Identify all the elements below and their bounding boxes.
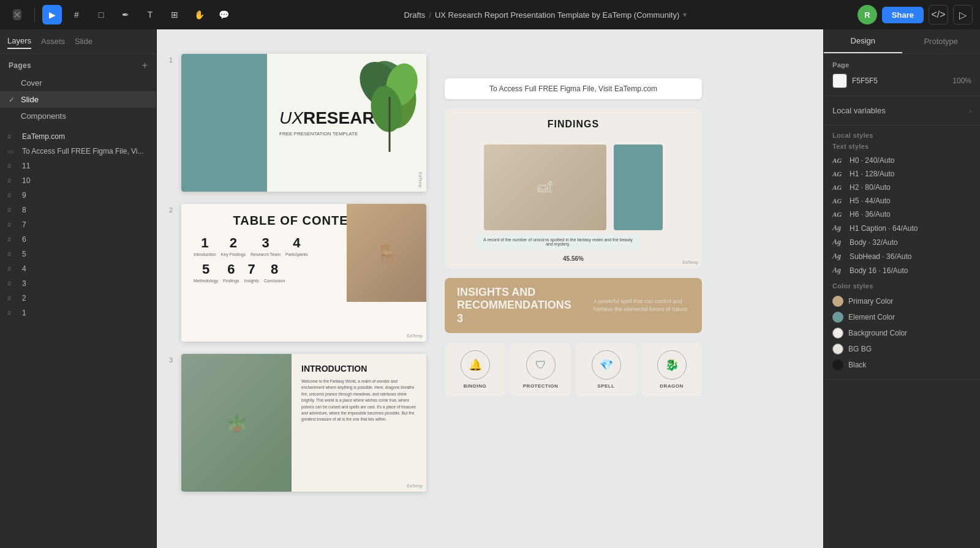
style-body16[interactable]: Ag Body 16 · 16/Auto <box>832 263 971 277</box>
style-H5[interactable]: AG H5 · 44/Auto <box>832 194 971 208</box>
layer-item-eatemp[interactable]: # EaTemp.com <box>0 129 156 144</box>
layer-item-7[interactable]: # 7 <box>0 217 156 232</box>
layer-item-10[interactable]: # 10 <box>0 173 156 188</box>
page-item-cover[interactable]: Cover <box>0 75 156 91</box>
text-tool[interactable]: T <box>140 5 160 24</box>
style-subhead[interactable]: Ag SubHead · 36/Auto <box>832 249 971 263</box>
page-name-components: Components <box>21 111 66 121</box>
canvas-area[interactable]: 1 UXRESEARCH FREE PRESENTATION TEMPLATE <box>157 29 823 548</box>
file-title[interactable]: UX Research Report Presentation Template… <box>435 10 679 20</box>
slide-wrapper-3[interactable]: 3 🪴 INTRODUCTION Welcome to the Fantasy … <box>181 354 426 492</box>
page-name-cover: Cover <box>21 78 42 88</box>
style-H1[interactable]: AG H1 · 128/Auto <box>832 167 971 181</box>
icon-card-spell: 💎 SPELL <box>576 343 636 396</box>
text-style-label-body16: Body 16 · 16/Auto <box>850 266 908 275</box>
layer-num-7: 7 <box>22 220 149 229</box>
local-styles-section: Local styles Text styles AG H0 · 240/Aut… <box>824 126 980 380</box>
layer-num-5: 5 <box>22 250 149 258</box>
slide-wrapper-2[interactable]: 2 TABLE OF CONTENTS 1 Introduction 2 <box>181 204 426 342</box>
tab-slide[interactable]: Slide <box>75 34 92 48</box>
layer-item-toaccess[interactable]: ▭ To Access Full FREE Figma File, Vi... <box>0 144 156 159</box>
tab-design[interactable]: Design <box>824 29 902 53</box>
text-styles-label: Text styles <box>832 143 971 150</box>
color-style-black[interactable]: Black <box>832 357 971 373</box>
frame-tool[interactable]: # <box>67 5 86 24</box>
text-style-icon-body16: Ag <box>832 266 845 275</box>
color-style-background[interactable]: Background Color <box>832 325 971 341</box>
layer-item-4[interactable]: # 4 <box>0 261 156 276</box>
slide-1[interactable]: UXRESEARCH FREE PRESENTATION TEMPLATE <box>181 54 426 192</box>
toc-label-8: Conclusion <box>264 279 285 283</box>
shape-tool[interactable]: □ <box>91 5 111 24</box>
layer-num-3: 3 <box>22 279 149 288</box>
hand-tool[interactable]: ✋ <box>189 5 209 24</box>
hash-icon-8: # <box>7 206 17 214</box>
style-body[interactable]: Ag Body · 32/Auto <box>832 235 971 249</box>
text-style-icon-H0: AG <box>832 157 845 164</box>
layer-item-11[interactable]: # 11 <box>0 159 156 173</box>
text-style-icon-H6: AG <box>832 211 845 218</box>
toc-label-4: Participants <box>285 252 308 257</box>
slide-2-content: TABLE OF CONTENTS 1 Introduction 2 Key F… <box>181 204 426 342</box>
findings-card[interactable]: FINDINGS 🛋 A record of the number of uni… <box>445 109 702 268</box>
layer-item-9[interactable]: # 9 <box>0 188 156 203</box>
code-view-button[interactable]: </> <box>929 5 948 24</box>
icons-row: 🔔 BINDING 🛡 PROTECTION 💎 SPELL 🐉 DRAGON <box>445 343 702 396</box>
style-H0[interactable]: AG H0 · 240/Auto <box>832 154 971 167</box>
canvas-right-section: To Access Full FREE Figma File, Visit Ea… <box>445 54 702 524</box>
figma-logo[interactable] <box>7 5 27 24</box>
primary-color-label: Primary Color <box>848 297 893 306</box>
layer-item-6[interactable]: # 6 <box>0 232 156 247</box>
present-button[interactable]: ▷ <box>953 5 973 24</box>
slide-2[interactable]: TABLE OF CONTENTS 1 Introduction 2 Key F… <box>181 204 426 342</box>
local-variables-row[interactable]: Local variables › <box>832 103 971 118</box>
add-page-button[interactable]: + <box>142 60 148 71</box>
pen-tool[interactable]: ✒ <box>116 5 135 24</box>
layer-item-3[interactable]: # 3 <box>0 276 156 291</box>
text-styles-subsection: Text styles AG H0 · 240/Auto AG H1 · 128… <box>832 143 971 277</box>
share-button[interactable]: Share <box>882 7 924 23</box>
component-tool[interactable]: ⊞ <box>165 5 184 24</box>
slide2-item-5: 5 Methodology <box>194 261 218 283</box>
binding-label: BINDING <box>464 383 486 389</box>
page-color-hex[interactable]: F5F5F5 <box>852 77 948 85</box>
dragon-label: DRAGON <box>660 383 684 389</box>
color-style-primary[interactable]: Primary Color <box>832 293 971 309</box>
slide1-left-bg <box>181 54 267 192</box>
tab-prototype[interactable]: Prototype <box>902 29 981 53</box>
toc-label-2: Key Findings <box>221 252 246 257</box>
page-item-slide[interactable]: ✓ Slide <box>0 91 156 108</box>
layer-item-5[interactable]: # 5 <box>0 247 156 261</box>
style-H2[interactable]: AG H2 · 80/Auto <box>832 181 971 194</box>
breadcrumb-drafts[interactable]: Drafts <box>404 10 426 20</box>
color-style-element[interactable]: Element Color <box>832 309 971 325</box>
bgbg-color-swatch <box>832 343 843 355</box>
page-color-swatch[interactable] <box>832 73 847 88</box>
slide2-item-2: 2 Key Findings <box>221 235 246 257</box>
insights-card[interactable]: INSIGHTS ANDRECOMMENDATIONS 3 A powerful… <box>445 278 702 333</box>
slide-3[interactable]: 🪴 INTRODUCTION Welcome to the Fantasy Wo… <box>181 354 426 492</box>
page-item-components[interactable]: Components <box>0 108 156 124</box>
local-variables-section: Local variables › <box>824 96 980 126</box>
pages-title: Pages <box>9 61 31 70</box>
icon-card-dragon: 🐉 DRAGON <box>641 343 702 396</box>
chevron-down-icon[interactable]: ▾ <box>683 10 687 19</box>
color-style-bgbg[interactable]: BG BG <box>832 341 971 357</box>
background-color-swatch <box>832 328 843 339</box>
layer-item-8[interactable]: # 8 <box>0 203 156 217</box>
slide-wrapper-1[interactable]: 1 UXRESEARCH FREE PRESENTATION TEMPLATE <box>181 54 426 192</box>
layer-item-2[interactable]: # 2 <box>0 291 156 306</box>
bgbg-color-label: BG BG <box>848 345 872 353</box>
style-H1-caption[interactable]: Ag H1 Caption · 64/Auto <box>832 221 971 235</box>
tab-assets[interactable]: Assets <box>41 34 65 48</box>
move-tool[interactable]: ▶ <box>42 5 62 24</box>
text-style-label-subhead: SubHead · 36/Auto <box>850 252 911 261</box>
layer-item-1[interactable]: # 1 <box>0 306 156 320</box>
slide-number-2: 2 <box>169 206 173 214</box>
style-H6[interactable]: AG H6 · 36/Auto <box>832 208 971 221</box>
slide-number-1: 1 <box>169 56 173 64</box>
slide3-watermark: EaTemp <box>407 484 423 488</box>
hash-icon-5: # <box>7 250 17 258</box>
tab-layers[interactable]: Layers <box>7 34 31 49</box>
comment-tool[interactable]: 💬 <box>214 5 233 24</box>
